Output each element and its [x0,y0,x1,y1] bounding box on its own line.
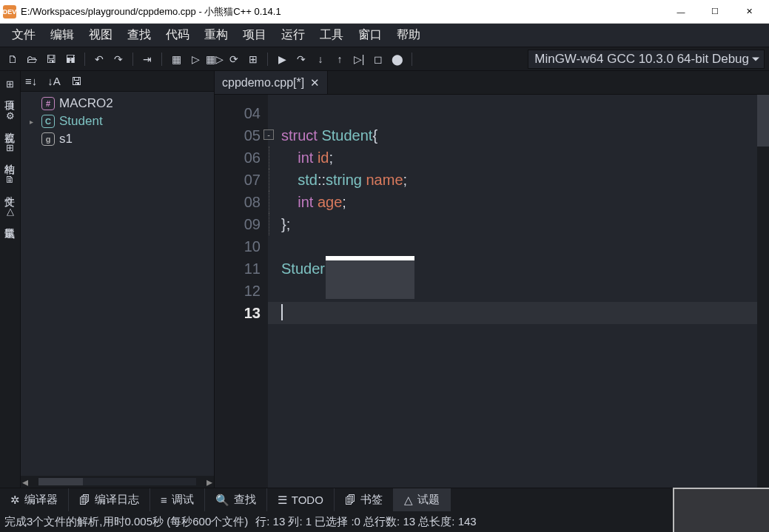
bottom-tab-编译日志[interactable]: 🗐编译日志 [69,488,150,511]
bottom-tab-编译器[interactable]: ✲编译器 [0,488,69,511]
rail-监视[interactable]: ⚙监视 [2,106,19,129]
code-content[interactable]: -struct Student{ int id; std::string nam… [268,102,757,324]
editor-tabbar: cppdemo.cpp[*] ✕ [215,71,769,95]
tab-icon: ≡ [161,494,167,506]
menubar: 文件编辑视图查找代码重构项目运行工具窗口帮助 [0,24,769,47]
menu-查找[interactable]: 查找 [121,24,157,46]
window-controls: — ☐ ✕ [664,1,766,23]
bottom-tabs: ✲编译器🗐编译日志≡调试🔍查找☰TODO🗐书签△试题 [0,488,769,511]
save-icon[interactable]: 🖫 [43,51,59,67]
menu-编辑[interactable]: 编辑 [44,24,80,46]
indent-icon[interactable]: ⇥ [139,51,155,67]
file-tab[interactable]: cppdemo.cpp[*] ✕ [215,71,328,94]
bottom-tab-调试[interactable]: ≡调试 [150,488,205,511]
scrollbar-thumb[interactable] [38,478,83,485]
save-all-icon[interactable]: 🖬 [62,51,78,67]
menu-帮助[interactable]: 帮助 [391,24,426,46]
menu-文件[interactable]: 文件 [6,24,41,46]
clean-icon[interactable]: ⊞ [245,51,261,67]
breakpoint-icon[interactable]: ⬤ [389,51,406,67]
separator [84,53,85,66]
rail-结构[interactable]: ⊞结构 [2,138,19,161]
bottom-tab-查找[interactable]: 🔍查找 [205,488,267,511]
bottom-tab-TODO[interactable]: ☰TODO [267,488,335,511]
minimize-button[interactable]: — [664,1,698,23]
redo-icon[interactable]: ↷ [110,51,127,67]
continue-icon[interactable]: ▷| [351,51,367,67]
menu-重构[interactable]: 重构 [198,24,234,46]
tab-icon: ☰ [278,494,287,507]
undo-icon[interactable]: ↶ [91,51,107,67]
compiler-select[interactable]: MinGW-w64 GCC 10.3.0 64-bit Debug [528,50,765,69]
build-icon[interactable]: ▦ [168,51,184,67]
structure-panel-tabs: ≡↓↓A🖫 [21,71,214,92]
separator [161,53,162,66]
structure-sort-icon[interactable]: ↓A [47,75,61,87]
file-tab-label: cppdemo.cpp[*] [222,76,304,90]
side-rail: ⊞项目⚙监视⊞结构🗎文件△试题集 [0,71,21,488]
editor-area: cppdemo.cpp[*] ✕ 04050607080910111213 -s… [215,71,769,488]
tab-icon: 🗐 [79,494,90,506]
structure-sort-icon[interactable]: ≡↓ [25,75,37,87]
structure-list: #MACRO2▸CStudentgs1 [21,92,214,476]
menu-项目[interactable]: 项目 [237,24,272,46]
editor-vscroll[interactable] [757,95,769,488]
performance-graph [673,488,769,532]
status-cursor: 行: 13 列: 1 已选择 :0 总行数: 13 总长度: 143 [255,515,476,529]
menu-窗口[interactable]: 窗口 [352,24,388,46]
close-tab-icon[interactable]: ✕ [310,76,320,90]
tab-icon: 🗐 [345,494,356,506]
menu-视图[interactable]: 视图 [83,24,118,46]
structure-panel: ≡↓↓A🖫 #MACRO2▸CStudentgs1 ◂ ▸ [21,71,215,488]
bottom-tab-书签[interactable]: 🗐书签 [335,488,394,511]
rail-试题集[interactable]: △试题集 [2,201,19,224]
tab-icon: ✲ [10,494,20,507]
separator [412,53,412,66]
line-gutter: 04050607080910111213 [215,102,268,324]
open-file-icon[interactable]: 🗁 [24,51,40,67]
scrollbar-thumb[interactable] [757,95,769,147]
window-title: E:/Workspaces/playground/cppdemo.cpp - 小… [21,5,664,18]
main-area: ⊞项目⚙监视⊞结构🗎文件△试题集 ≡↓↓A🖫 #MACRO2▸CStudentg… [0,71,769,488]
titlebar: DEV E:/Workspaces/playground/cppdemo.cpp… [0,0,769,24]
debug-icon[interactable]: ▶ [274,51,290,67]
bottom-tab-试题[interactable]: △试题 [394,488,451,511]
structure-sort-icon[interactable]: 🖫 [71,75,82,87]
separator [132,53,133,66]
app-icon: DEV [3,5,16,18]
run-icon[interactable]: ▷ [187,51,204,67]
menu-工具[interactable]: 工具 [314,24,349,46]
tab-icon: △ [404,494,413,507]
step-into-icon[interactable]: ↓ [312,51,329,67]
tab-icon: 🔍 [215,494,229,507]
menu-代码[interactable]: 代码 [160,24,195,46]
structure-hscroll[interactable]: ◂ ▸ [21,476,214,488]
new-file-icon[interactable]: 🗋 [4,51,21,67]
rail-文件[interactable]: 🗎文件 [2,169,19,192]
status-parse: 完成3个文件的解析,用时0.005秒 (每秒600个文件) [4,515,248,529]
separator [267,53,268,66]
rail-项目[interactable]: ⊞项目 [2,74,19,97]
rebuild-icon[interactable]: ⟳ [226,51,242,67]
structure-item-MACRO2[interactable]: #MACRO2 [27,95,208,112]
step-over-icon[interactable]: ↷ [293,51,309,67]
toolbar: 🗋 🗁 🖫 🖬 ↶ ↷ ⇥ ▦ ▷ ▦▷ ⟳ ⊞ ▶ ↷ ↓ ↑ ▷| ◻ ⬤ … [0,47,769,71]
fold-toggle-icon[interactable]: - [263,129,274,140]
maximize-button[interactable]: ☐ [698,1,732,23]
stop-icon[interactable]: ◻ [370,51,386,67]
structure-item-Student[interactable]: ▸CStudent [27,112,208,130]
statusbar: 完成3个文件的解析,用时0.005秒 (每秒600个文件) 行: 13 列: 1… [0,511,769,532]
editor-body[interactable]: 04050607080910111213 -struct Student{ in… [215,95,769,488]
menu-运行[interactable]: 运行 [275,24,311,46]
structure-item-s1[interactable]: gs1 [27,130,208,148]
close-button[interactable]: ✕ [732,1,766,23]
build-run-icon[interactable]: ▦▷ [206,51,223,67]
step-out-icon[interactable]: ↑ [332,51,348,67]
